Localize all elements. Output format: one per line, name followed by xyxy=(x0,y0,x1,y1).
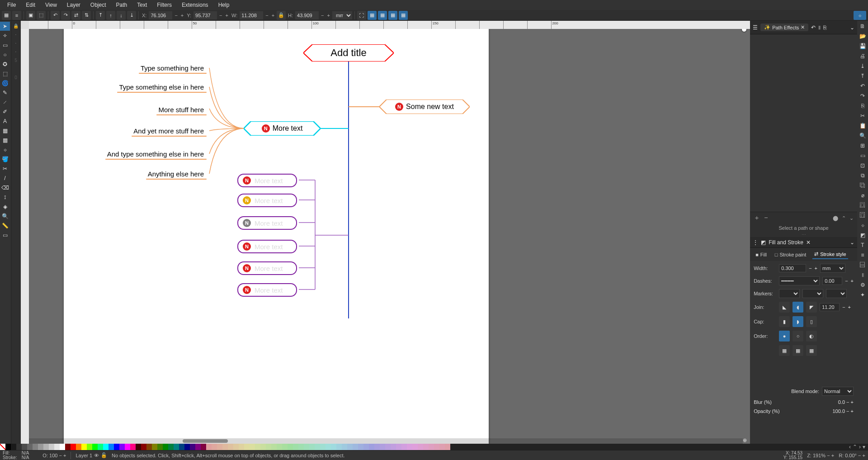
color-swatch[interactable] xyxy=(418,444,423,450)
color-swatch[interactable] xyxy=(429,444,434,450)
w-input[interactable] xyxy=(240,11,263,19)
transform-mode-icon[interactable]: ⛶ xyxy=(357,11,366,20)
menu-help[interactable]: Help xyxy=(214,0,234,9)
order-mfs-icon[interactable]: ▦ xyxy=(779,345,790,356)
chevron-down-icon[interactable]: ⌄ xyxy=(850,239,854,246)
group-icon[interactable]: ⿴ xyxy=(858,201,867,210)
color-swatch[interactable] xyxy=(233,444,239,450)
move-down-icon[interactable]: ⌄ xyxy=(849,215,854,221)
menu-file[interactable]: File xyxy=(3,0,20,9)
order-fms-icon[interactable]: ◐ xyxy=(806,331,817,341)
color-swatch[interactable] xyxy=(304,444,309,450)
tool-text[interactable]: A xyxy=(0,117,10,126)
prefs-icon[interactable]: ⚙ xyxy=(858,280,867,289)
color-swatch[interactable] xyxy=(125,444,130,450)
select-same-icon[interactable]: ≡ xyxy=(12,11,21,20)
tab-path-effects[interactable]: ✨ Path Effects ✕ xyxy=(760,24,808,31)
menu-extensions[interactable]: Extensions xyxy=(177,0,213,9)
rubber-band-icon[interactable]: ⬚ xyxy=(37,11,46,20)
cut-icon[interactable]: ✂ xyxy=(858,111,867,120)
move-patterns-icon[interactable]: ▦ xyxy=(399,11,408,20)
color-swatch[interactable] xyxy=(98,444,103,450)
color-swatch[interactable] xyxy=(407,444,412,450)
redo-icon[interactable]: ↷ xyxy=(858,91,867,100)
tool-bezier[interactable]: ⟋ xyxy=(0,98,10,107)
undo-icon[interactable]: ↶ xyxy=(858,81,867,90)
h-plus-icon[interactable]: + xyxy=(327,13,330,18)
color-swatch[interactable] xyxy=(385,444,391,450)
tool-tweak[interactable]: ✂ xyxy=(0,164,10,173)
h-minus-icon[interactable]: − xyxy=(321,13,324,18)
rotation-center-icon[interactable] xyxy=(741,29,747,33)
minus-icon[interactable]: − xyxy=(858,453,861,458)
join-miter-icon[interactable]: ◤ xyxy=(806,302,817,313)
tool-rect[interactable]: ▭ xyxy=(0,41,10,50)
fill-stroke-open-icon[interactable]: ◩ xyxy=(858,231,867,240)
left-text-item[interactable]: Type something else in here xyxy=(119,83,204,91)
tab-stroke-paint[interactable]: □Stroke paint xyxy=(773,250,808,259)
color-palette[interactable]: ‹⌃›▾ xyxy=(0,444,868,450)
marker-start[interactable] xyxy=(779,289,800,298)
color-swatch[interactable] xyxy=(130,444,136,450)
cap-butt-icon[interactable]: ▮ xyxy=(779,316,790,327)
color-swatch[interactable] xyxy=(103,444,108,450)
left-text-item[interactable]: And type something else in here xyxy=(107,150,204,158)
chevron-up-icon[interactable]: ⌃ xyxy=(853,444,857,450)
color-swatch[interactable] xyxy=(380,444,385,450)
color-swatch[interactable] xyxy=(260,444,266,450)
color-swatch[interactable] xyxy=(119,444,125,450)
dock-tab-menu-icon[interactable]: ☰ xyxy=(753,24,758,31)
color-swatch[interactable] xyxy=(22,444,27,450)
w-plus-icon[interactable]: + xyxy=(272,13,274,18)
color-swatch[interactable] xyxy=(353,444,358,450)
left-text-item[interactable]: More stuff here xyxy=(158,106,204,114)
blend-mode-select[interactable]: Normal xyxy=(822,387,854,396)
x-input[interactable] xyxy=(149,11,172,19)
snapping-master-icon[interactable]: ⟐ xyxy=(854,11,866,20)
color-swatch[interactable] xyxy=(271,444,277,450)
dash-offset-input[interactable] xyxy=(822,277,842,285)
color-swatch[interactable] xyxy=(141,444,146,450)
lower-bottom-icon[interactable]: ⤓ xyxy=(127,11,136,20)
color-swatch[interactable] xyxy=(5,444,11,450)
chevron-left-icon[interactable]: ‹ xyxy=(849,444,851,450)
color-swatch[interactable] xyxy=(282,444,288,450)
save-icon[interactable]: 💾 xyxy=(858,42,867,51)
color-wheel-icon[interactable]: ⊕ xyxy=(743,437,749,444)
deselect-icon[interactable]: ▣ xyxy=(26,11,35,20)
chevron-right-icon[interactable]: › xyxy=(859,444,861,450)
menu-path[interactable]: Path xyxy=(112,0,132,9)
color-swatch[interactable] xyxy=(217,444,222,450)
rotate-cw-icon[interactable]: ↷ xyxy=(61,11,70,20)
docprop-icon[interactable]: ✦ xyxy=(858,290,867,299)
lock-icon[interactable]: 🔓 xyxy=(101,452,107,458)
color-swatch[interactable] xyxy=(206,444,212,450)
open-icon[interactable]: 📂 xyxy=(858,32,867,41)
color-swatch[interactable] xyxy=(326,444,331,450)
menu-text[interactable]: Text xyxy=(132,0,151,9)
menu-layer[interactable]: Layer xyxy=(62,0,85,9)
snap-nodes-icon[interactable]: · xyxy=(11,39,20,47)
tool-measure[interactable]: 📏 xyxy=(0,221,10,230)
w-minus-icon[interactable]: − xyxy=(265,13,268,18)
color-swatch[interactable] xyxy=(315,444,320,450)
color-swatch[interactable] xyxy=(266,444,271,450)
tool-3dbox[interactable]: ⬚ xyxy=(0,69,10,78)
color-swatch[interactable] xyxy=(250,444,255,450)
color-swatch[interactable] xyxy=(38,444,43,450)
lower-icon[interactable]: ↓ xyxy=(117,11,126,20)
color-swatch[interactable] xyxy=(423,444,429,450)
no-color-swatch[interactable] xyxy=(0,444,5,450)
cyan-node[interactable]: N More text xyxy=(244,121,321,136)
ruler-vertical[interactable] xyxy=(21,21,29,444)
tab-fill[interactable]: ■Fill xyxy=(754,250,769,259)
y-input[interactable] xyxy=(193,11,217,19)
color-swatch[interactable] xyxy=(184,444,190,450)
units-select[interactable]: mm xyxy=(332,11,352,19)
menu-object[interactable]: Object xyxy=(86,0,111,9)
color-swatch[interactable] xyxy=(168,444,174,450)
paste-icon[interactable]: 📋 xyxy=(858,121,867,130)
minus-icon[interactable]: − xyxy=(846,399,849,405)
h-input[interactable] xyxy=(295,11,319,19)
chevron-down-icon[interactable]: ⌄ xyxy=(850,24,854,31)
